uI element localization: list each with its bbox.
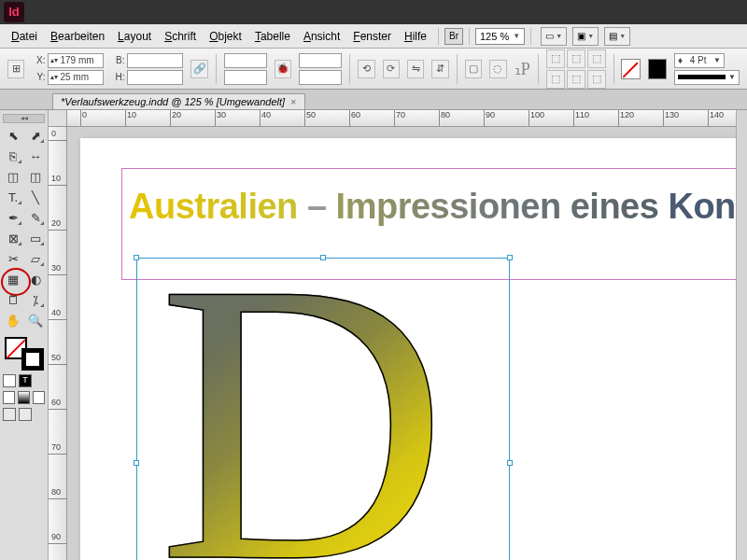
y-label: Y: <box>32 72 45 82</box>
menu-bar: Datei Bearbeiten Layout Schrift Objekt T… <box>0 24 747 49</box>
fill-swatch[interactable] <box>621 59 640 79</box>
menu-layout[interactable]: Layout <box>112 27 157 46</box>
w-input[interactable] <box>127 53 183 68</box>
note-tool[interactable]: 🗒 <box>3 290 23 309</box>
document-window[interactable]: 0102030405060708090100110120130140150 01… <box>49 110 747 560</box>
bug-icon[interactable]: 🐞 <box>275 60 291 78</box>
menu-fenster[interactable]: Fenster <box>347 27 397 46</box>
scale-y-input[interactable] <box>224 70 267 85</box>
gradient-swatch-tool[interactable]: ▦ <box>3 270 23 288</box>
arrange-icon[interactable]: ▤▼ <box>604 27 630 46</box>
eyedropper-tool[interactable]: ⁒ <box>25 290 46 309</box>
line-tool[interactable]: ╲ <box>25 188 46 206</box>
apply-none-icon[interactable] <box>3 391 15 404</box>
apply-color-icon[interactable] <box>33 391 45 404</box>
ruler-origin[interactable] <box>49 110 67 127</box>
menu-datei[interactable]: Datei <box>6 27 43 46</box>
page-tool[interactable]: ⎘ <box>3 147 23 165</box>
content-collector-tool[interactable]: ◫ <box>3 167 23 186</box>
scissors-tool[interactable]: ✂ <box>3 249 23 268</box>
align-1-icon[interactable]: ⬚ <box>546 49 565 68</box>
panel-collapse-icon[interactable]: ◂◂ <box>3 114 45 123</box>
normal-view-icon[interactable] <box>3 408 16 421</box>
document-tab-title: *Verlaufswerkzeug.indd @ 125 % [Umgewand… <box>61 96 285 107</box>
x-input[interactable]: ▴▾179 mm <box>48 53 104 68</box>
pencil-tool[interactable]: ✎ <box>25 208 46 227</box>
stroke-style-input[interactable]: ▼ <box>674 70 740 85</box>
rotate-ccw-icon[interactable]: ⟲ <box>358 60 374 78</box>
direct-selection-tool[interactable]: ⬈ <box>25 126 46 145</box>
menu-ansicht[interactable]: Ansicht <box>298 27 345 46</box>
vertical-ruler[interactable]: 0102030405060708090100 <box>49 127 67 560</box>
gap-tool[interactable]: ↔ <box>25 147 46 165</box>
constrain-icon[interactable]: 🔗 <box>190 60 207 78</box>
screen-mode-icon[interactable]: ▣▼ <box>572 27 599 46</box>
rectangle-tool[interactable]: ▭ <box>25 229 46 247</box>
right-panel-strip[interactable] <box>736 110 747 560</box>
horizontal-ruler[interactable]: 0102030405060708090100110120130140150 <box>67 110 747 127</box>
zoom-level[interactable]: 125 %▼ <box>475 28 525 45</box>
app-icon: Id <box>4 2 24 22</box>
menu-hilfe[interactable]: Hilfe <box>399 27 432 46</box>
view-options-icon[interactable]: ▭▼ <box>541 27 567 46</box>
close-tab-icon[interactable]: × <box>290 96 296 107</box>
fill-stroke-proxy[interactable] <box>3 335 46 371</box>
zoom-tool[interactable]: 🔍 <box>25 311 46 329</box>
rotate-input[interactable] <box>299 53 342 68</box>
selection-tool[interactable]: ⬉ <box>3 126 23 145</box>
flip-h-icon[interactable]: ⇋ <box>407 60 424 78</box>
hand-tool[interactable]: ✋ <box>3 311 23 329</box>
h-label: H: <box>111 72 124 82</box>
x-label: X: <box>32 55 45 65</box>
pen-tool[interactable]: ✒ <box>3 208 23 227</box>
bridge-button[interactable]: Br <box>444 28 463 45</box>
align-2-icon[interactable]: ⬚ <box>567 49 585 68</box>
w-label: B: <box>111 55 124 65</box>
rotate-cw-icon[interactable]: ⟳ <box>383 60 400 78</box>
gradient-feather-tool[interactable]: ◐ <box>25 270 46 288</box>
apply-text-icon[interactable]: T <box>19 374 32 387</box>
preview-view-icon[interactable] <box>19 408 32 421</box>
drop-cap-letter: D <box>158 245 448 560</box>
content-placer-tool[interactable]: ◫ <box>25 167 46 186</box>
type-tool[interactable]: T. <box>3 188 23 206</box>
y-input[interactable]: ▴▾25 mm <box>48 70 104 85</box>
menu-tabelle[interactable]: Tabelle <box>249 27 296 46</box>
shear-input[interactable] <box>299 70 342 85</box>
stroke-weight-input[interactable]: ♦4 Pt▼ <box>674 53 725 68</box>
page[interactable]: Australien – Impressionen eines Konti D <box>80 138 747 560</box>
align-5-icon[interactable]: ⬚ <box>567 70 585 89</box>
tool-panel: ◂◂ ⬉ ⬈ ⎘ ↔ ◫ ◫ T. ╲ ✒ ✎ ⊠ ▭ ✂ ▱ ▦ ◐ 🗒 ⁒ … <box>0 110 49 560</box>
h-input[interactable] <box>127 70 183 85</box>
corner-radius-icon[interactable]: ▢ <box>465 60 482 78</box>
menu-objekt[interactable]: Objekt <box>204 27 247 46</box>
align-3-icon[interactable]: ⬚ <box>587 49 606 68</box>
stroke-swatch[interactable] <box>648 59 667 79</box>
document-tab[interactable]: *Verlaufswerkzeug.indd @ 125 % [Umgewand… <box>52 93 305 109</box>
dashed-icon[interactable]: ◌ <box>489 60 506 78</box>
stroke-proxy-icon[interactable] <box>21 348 44 371</box>
paragraph-icon[interactable]: ₁P <box>514 59 530 79</box>
apply-gradient-icon[interactable] <box>18 391 30 404</box>
free-transform-tool[interactable]: ▱ <box>25 249 46 268</box>
control-bar: ⊞ X:▴▾179 mm Y:▴▾25 mm B: H: 🔗 🐞 ⟲ ⟳ ⇋ ⇵… <box>0 49 747 90</box>
selected-frame[interactable]: D <box>136 258 510 560</box>
apply-container-icon[interactable] <box>3 374 16 387</box>
rectangle-frame-tool[interactable]: ⊠ <box>3 229 23 247</box>
menu-bearbeiten[interactable]: Bearbeiten <box>45 27 110 46</box>
scale-x-input[interactable] <box>224 53 267 68</box>
menu-schrift[interactable]: Schrift <box>159 27 202 46</box>
ref-point-icon[interactable]: ⊞ <box>7 60 24 78</box>
flip-v-icon[interactable]: ⇵ <box>431 60 448 78</box>
align-6-icon[interactable]: ⬚ <box>587 70 606 89</box>
align-4-icon[interactable]: ⬚ <box>546 70 565 89</box>
